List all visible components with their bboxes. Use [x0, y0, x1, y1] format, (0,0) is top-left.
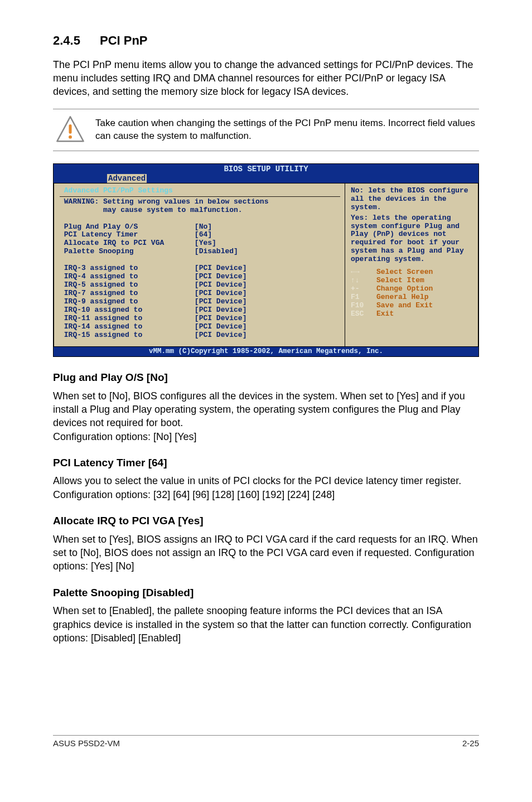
- page-footer: ASUS P5SD2-VM 2-25: [53, 735, 479, 749]
- subsection-title: Allocate IRQ to PCI VGA [Yes]: [53, 514, 479, 528]
- bios-help-key: F10: [351, 302, 376, 310]
- bios-left-panel: Advanced PCI/PnP Settings WARNING: Setti…: [54, 183, 345, 346]
- section-title: PCI PnP: [100, 33, 148, 47]
- caution-text: Take caution when changing the settings …: [95, 117, 477, 143]
- bios-help-key: ←→: [351, 268, 376, 277]
- subsection: Allocate IRQ to PCI VGA [Yes]When set to…: [53, 514, 479, 573]
- svg-point-2: [69, 135, 72, 138]
- bios-title: BIOS SETUP UTILITY: [54, 164, 478, 174]
- bios-help-key: +-: [351, 285, 376, 293]
- bios-right-help: No: lets the BIOS configure all the devi…: [345, 183, 478, 346]
- bios-key-help: ←→Select Screen↑↓Select Item+-Change Opt…: [351, 268, 475, 318]
- bios-help-key-row: ESCExit: [351, 310, 475, 318]
- bios-help-key-row: ←→Select Screen: [351, 268, 475, 277]
- bios-help-key-row: F10Save and Exit: [351, 302, 475, 310]
- subsection-body: Allows you to select the value in units …: [53, 474, 479, 501]
- subsection-body: When set to [Yes], BIOS assigns an IRQ t…: [53, 533, 479, 573]
- subsection: Palette Snooping [Disabled]When set to […: [53, 586, 479, 645]
- bios-help-key: ESC: [351, 310, 376, 318]
- bios-help-desc: General Help: [376, 293, 429, 302]
- bios-tab-advanced: Advanced: [107, 174, 147, 183]
- bios-help-desc: Select Screen: [376, 268, 433, 277]
- svg-rect-1: [69, 124, 71, 133]
- bios-help-key-row: F1General Help: [351, 293, 475, 302]
- bios-help-desc: Change Option: [376, 285, 433, 293]
- bios-help-text-2: Yes: lets the operating system configure…: [351, 214, 475, 264]
- bios-help-key-row: ↑↓Select Item: [351, 277, 475, 285]
- footer-left: ASUS P5SD2-VM: [53, 738, 120, 749]
- footer-right: 2-25: [462, 738, 479, 749]
- bios-screenshot: BIOS SETUP UTILITY Advanced Advanced PCI…: [53, 163, 479, 357]
- bios-help-desc: Save and Exit: [376, 302, 433, 310]
- bios-help-key-row: +-Change Option: [351, 285, 475, 293]
- bios-tab-row: Advanced: [54, 174, 478, 183]
- bios-help-key: F1: [351, 293, 376, 302]
- subsection-title: Palette Snooping [Disabled]: [53, 586, 479, 600]
- bios-help-key: ↑↓: [351, 277, 376, 285]
- subsection-body: When set to [No], BIOS configures all th…: [53, 389, 479, 430]
- caution-icon: [55, 115, 85, 145]
- subsection: Plug and Play O/S [No]When set to [No], …: [53, 370, 479, 443]
- subsection: PCI Latency Timer [64]Allows you to sele…: [53, 456, 479, 501]
- subsection-body: Configuration options: [No] [Yes]: [53, 430, 479, 443]
- caution-box: Take caution when changing the settings …: [53, 109, 479, 151]
- subsection-body: When set to [Enabled], the pallete snoop…: [53, 604, 479, 645]
- section-heading: 2.4.5 PCI PnP: [53, 32, 479, 49]
- intro-text: The PCI PnP menu items allow you to chan…: [53, 58, 479, 99]
- subsection-title: PCI Latency Timer [64]: [53, 456, 479, 470]
- bios-help-desc: Select Item: [376, 277, 424, 285]
- bios-help-desc: Exit: [376, 310, 394, 318]
- bios-footer: vMM.mm (C)Copyright 1985-2002, American …: [54, 347, 478, 356]
- bios-help-text-1: No: lets the BIOS configure all the devi…: [351, 187, 475, 212]
- section-number: 2.4.5: [53, 33, 80, 47]
- subsection-title: Plug and Play O/S [No]: [53, 370, 479, 385]
